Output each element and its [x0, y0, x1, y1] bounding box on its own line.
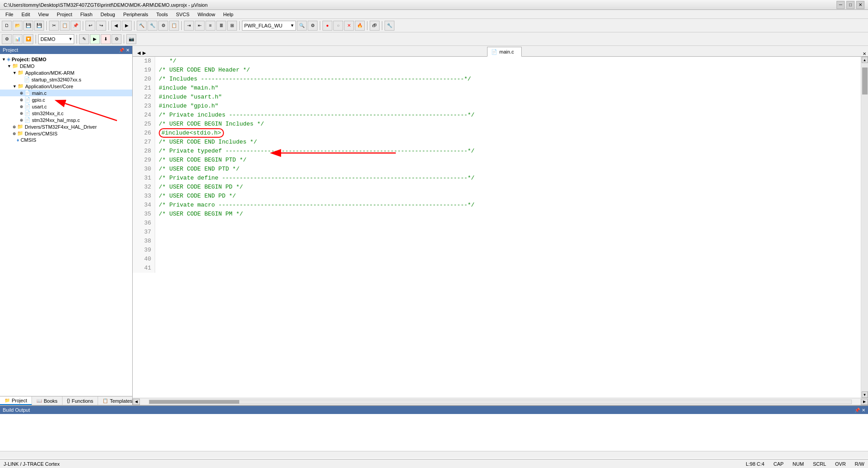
tb-build[interactable]: 🔨 [137, 21, 147, 31]
minimize-button[interactable]: ─ [837, 1, 845, 9]
tree-stm32-msp[interactable]: ⊕ 📄 stm32f4xx_hal_msp.c [0, 117, 132, 123]
tb-wrench[interactable]: 🔧 [385, 21, 394, 31]
tb-indent[interactable]: ⇥ [184, 21, 194, 31]
tree-drivers-stm[interactable]: ⊕ 📁 Drivers/STM32F4xx_HAL_Driver [0, 123, 132, 130]
tb-circle[interactable]: ○ [333, 21, 343, 31]
tb-save-all[interactable]: 💾 [34, 21, 44, 31]
tb-new[interactable]: 🗋 [2, 21, 12, 31]
build-close-x[interactable]: ✕ [862, 408, 865, 413]
signal-dropdown[interactable]: PWR_FLAG_WU ▾ [242, 21, 296, 31]
editor-body: 1819202122232425262728293031323334353637… [133, 57, 868, 398]
h-scroll-left[interactable]: ◀ [133, 399, 140, 405]
project-close[interactable]: ✕ [126, 48, 130, 53]
tb-build3[interactable]: ⚙ [158, 21, 168, 31]
maximize-button[interactable]: □ [846, 1, 855, 9]
editor-nav-left[interactable]: ◀ [136, 50, 142, 56]
tb-undo[interactable]: ↩ [85, 21, 95, 31]
menu-edit[interactable]: Edit [18, 11, 34, 18]
tree-gpio-c[interactable]: ⊕ 📄 gpio.c [0, 96, 132, 103]
tb2-camera[interactable]: 📷 [126, 34, 136, 44]
tb-sig2[interactable]: ⚙ [308, 21, 318, 31]
vertical-scrollbar[interactable]: ▲ ▼ [861, 57, 868, 398]
tb-format[interactable]: ≡ [206, 21, 215, 31]
h-scroll-right[interactable]: ▶ [861, 399, 868, 405]
tb-outdent[interactable]: ⇤ [195, 21, 205, 31]
code-line-20: /* Includes ----------------------------… [159, 75, 857, 84]
code-lines[interactable]: *//* USER CODE END Header *//* Includes … [155, 57, 861, 273]
expand-icon: ▼ [7, 64, 11, 68]
tb2-edit[interactable]: ✎ [79, 34, 89, 44]
tree-label-gpio-c: gpio.c [32, 97, 45, 103]
project-panel: Project 📌 ✕ ▼ ◈ Project: DEMO ▼ 📁 DEMO ▼ [0, 46, 133, 405]
tab-templates[interactable]: 📋 Templates [98, 396, 133, 405]
tb-cross[interactable]: ✕ [344, 21, 354, 31]
tb-nav-back[interactable]: ◀ [111, 21, 121, 31]
scroll-down-button[interactable]: ▼ [862, 392, 868, 398]
tree-app-user[interactable]: ▼ 📁 Application/User/Core [0, 83, 132, 90]
tb-flame[interactable]: 🔥 [355, 21, 365, 31]
tb-window[interactable]: 🗗 [370, 21, 380, 31]
tree-startup[interactable]: ▶ 📄 startup_stm32f407xx.s [0, 76, 132, 83]
tb-open[interactable]: 📂 [13, 21, 22, 31]
menu-peripherals[interactable]: Peripherals [120, 11, 152, 18]
tree-usart-c[interactable]: ⊕ 📄 usart.c [0, 103, 132, 110]
tab-project[interactable]: 📁 Project [0, 396, 32, 405]
tree-drivers-cmsis[interactable]: ⊕ 📁 Drivers/CMSIS [0, 130, 132, 137]
tb2-build-run[interactable]: ▶ [90, 34, 100, 44]
tb-paste[interactable]: 📌 [71, 21, 81, 31]
tree-demo[interactable]: ▼ 📁 DEMO [0, 63, 132, 69]
tb-format2[interactable]: ≣ [216, 21, 226, 31]
tb2-btn3[interactable]: 🔽 [23, 34, 33, 44]
menu-tools[interactable]: Tools [153, 11, 172, 18]
menu-project[interactable]: Project [53, 11, 76, 18]
menu-file[interactable]: File [2, 11, 17, 18]
build-pin[interactable]: 📌 [855, 408, 860, 413]
scroll-thumb[interactable] [862, 68, 868, 94]
tb-nav-fwd[interactable]: ▶ [122, 21, 132, 31]
close-button[interactable]: ✕ [856, 1, 864, 9]
menu-window[interactable]: Window [194, 11, 219, 18]
sep6 [239, 21, 240, 30]
tb2-btn2[interactable]: 📊 [13, 34, 22, 44]
tree-app-mdk[interactable]: ▼ 📁 Application/MDK-ARM [0, 69, 132, 76]
tb-format3[interactable]: ⊞ [227, 21, 237, 31]
tb-copy[interactable]: 📋 [60, 21, 70, 31]
editor-nav-right[interactable]: ▶ [142, 50, 147, 56]
tree-label-main-c: main.c [32, 90, 46, 96]
tab-functions[interactable]: {} Functions [63, 396, 98, 405]
project-dropdown[interactable]: DEMO ▾ [38, 34, 74, 44]
tree-project-demo[interactable]: ▼ ◈ Project: DEMO [0, 56, 132, 63]
tree-cmsis[interactable]: ▶ ♦ CMSIS [0, 137, 132, 143]
build-scrollbar[interactable] [0, 451, 868, 458]
file-icon: 📄 [24, 104, 31, 109]
tb-save[interactable]: 💾 [23, 21, 33, 31]
code-line-27: #include<stdio.h> [159, 129, 857, 138]
tb-stop-red[interactable]: ● [322, 21, 332, 31]
tb-sig1[interactable]: 🔍 [297, 21, 307, 31]
tb2-load[interactable]: ⬇ [101, 34, 111, 44]
scroll-track[interactable] [862, 63, 868, 392]
h-scrollbar-track[interactable] [149, 400, 852, 404]
h-scrollbar-thumb[interactable] [149, 400, 239, 404]
tree-main-c[interactable]: ⊕ 📄 main.c [0, 90, 132, 96]
tb-build2[interactable]: 🔧 [148, 21, 157, 31]
tab-books[interactable]: 📖 Books [32, 396, 63, 405]
templates-tab-icon: 📋 [103, 398, 108, 403]
tab-main-c[interactable]: 📄 main.c [487, 47, 521, 57]
menu-flash[interactable]: Flash [77, 11, 96, 18]
tree-stm32-it[interactable]: ⊕ 📄 stm32f4xx_it.c [0, 110, 132, 117]
menu-debug[interactable]: Debug [97, 11, 119, 18]
tb2-btn1[interactable]: ⚙ [2, 34, 12, 44]
tb-cut[interactable]: ✂ [49, 21, 59, 31]
menu-svcs[interactable]: SVCS [172, 11, 193, 18]
project-pin[interactable]: 📌 [119, 48, 124, 53]
tb2-config[interactable]: ⚙ [112, 34, 121, 44]
tb-build4[interactable]: 📋 [169, 21, 179, 31]
sep4 [134, 21, 134, 30]
menu-view[interactable]: View [35, 11, 53, 18]
editor-close[interactable]: ✕ [863, 51, 866, 56]
menu-help[interactable]: Help [219, 11, 237, 18]
scroll-up-button[interactable]: ▲ [862, 57, 868, 63]
tb-redo[interactable]: ↪ [96, 21, 106, 31]
editor-area[interactable]: 1819202122232425262728293031323334353637… [133, 57, 861, 398]
